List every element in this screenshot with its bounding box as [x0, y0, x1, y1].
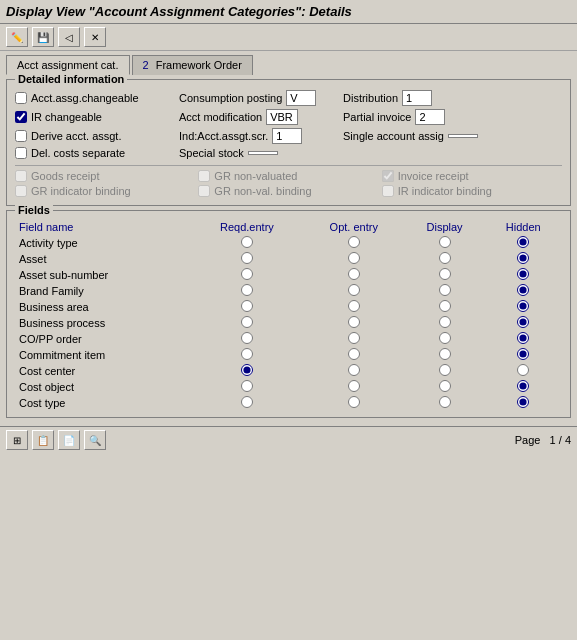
invoice-receipt-checkbox — [382, 170, 394, 182]
field-reqd-cell[interactable] — [191, 395, 303, 411]
bottom-btn-1[interactable]: ⊞ — [6, 430, 28, 450]
field-reqd-cell[interactable] — [191, 299, 303, 315]
field-display-cell[interactable] — [405, 347, 485, 363]
field-opt-cell[interactable] — [303, 331, 405, 347]
field-hidden-cell[interactable] — [484, 363, 562, 379]
table-row: Cost center — [15, 363, 562, 379]
acct-modification-value: VBR — [266, 109, 298, 125]
toolbar-save-btn[interactable]: 💾 — [32, 27, 54, 47]
field-display-cell[interactable] — [405, 251, 485, 267]
field-name-cell: Brand Family — [15, 283, 191, 299]
field-reqd-cell[interactable] — [191, 315, 303, 331]
bottom-bar: ⊞ 📋 📄 🔍 Page 1 / 4 — [0, 426, 577, 453]
field-name-cell: Asset sub-number — [15, 267, 191, 283]
col-hidden: Hidden — [484, 219, 562, 235]
col-field-name: Field name — [15, 219, 191, 235]
field-hidden-cell[interactable] — [484, 251, 562, 267]
field-hidden-cell[interactable] — [484, 315, 562, 331]
gr-non-valuated-label: GR non-valuated — [214, 170, 297, 182]
field-name-cell: Cost object — [15, 379, 191, 395]
del-costs-separate-label: Del. costs separate — [31, 147, 125, 159]
field-reqd-cell[interactable] — [191, 347, 303, 363]
field-display-cell[interactable] — [405, 331, 485, 347]
toolbar-back-btn[interactable]: ◁ — [58, 27, 80, 47]
table-row: Cost type — [15, 395, 562, 411]
table-row: Business process — [15, 315, 562, 331]
field-hidden-cell[interactable] — [484, 299, 562, 315]
page-sep: / — [559, 434, 562, 446]
gr-indicator-binding-checkbox — [15, 185, 27, 197]
field-name-cell: Commitment item — [15, 347, 191, 363]
goods-receipt-label: Goods receipt — [31, 170, 99, 182]
distribution-value: 1 — [402, 90, 432, 106]
field-display-cell[interactable] — [405, 283, 485, 299]
ir-indicator-binding-checkbox — [382, 185, 394, 197]
field-display-cell[interactable] — [405, 379, 485, 395]
field-reqd-cell[interactable] — [191, 379, 303, 395]
derive-acct-assgt-checkbox[interactable] — [15, 130, 27, 142]
tab-framework-icon: 2 — [143, 59, 149, 71]
col-opt-entry: Opt. entry — [303, 219, 405, 235]
field-reqd-cell[interactable] — [191, 363, 303, 379]
bottom-btn-4[interactable]: 🔍 — [84, 430, 106, 450]
field-opt-cell[interactable] — [303, 299, 405, 315]
field-hidden-cell[interactable] — [484, 379, 562, 395]
field-opt-cell[interactable] — [303, 395, 405, 411]
field-opt-cell[interactable] — [303, 363, 405, 379]
ind-acct-assgt-scr-value: 1 — [272, 128, 302, 144]
field-hidden-cell[interactable] — [484, 267, 562, 283]
distribution-label: Distribution — [343, 92, 398, 104]
tab-framework[interactable]: 2 Framework Order — [132, 55, 253, 75]
field-reqd-cell[interactable] — [191, 235, 303, 251]
tab-acct[interactable]: Acct assignment cat. — [6, 55, 130, 75]
field-hidden-cell[interactable] — [484, 283, 562, 299]
toolbar: ✏️ 💾 ◁ ✕ — [0, 24, 577, 51]
field-name-cell: Business area — [15, 299, 191, 315]
bottom-btn-3[interactable]: 📄 — [58, 430, 80, 450]
title-bar: Display View "Account Assignment Categor… — [0, 0, 577, 24]
field-name-cell: Business process — [15, 315, 191, 331]
field-hidden-cell[interactable] — [484, 395, 562, 411]
field-opt-cell[interactable] — [303, 315, 405, 331]
field-opt-cell[interactable] — [303, 251, 405, 267]
field-opt-cell[interactable] — [303, 347, 405, 363]
field-display-cell[interactable] — [405, 363, 485, 379]
toolbar-exit-btn[interactable]: ✕ — [84, 27, 106, 47]
field-reqd-cell[interactable] — [191, 267, 303, 283]
field-hidden-cell[interactable] — [484, 331, 562, 347]
field-hidden-cell[interactable] — [484, 347, 562, 363]
table-row: Activity type — [15, 235, 562, 251]
field-display-cell[interactable] — [405, 315, 485, 331]
page-label: Page — [515, 434, 541, 446]
table-row: CO/PP order — [15, 331, 562, 347]
field-name-cell: CO/PP order — [15, 331, 191, 347]
field-opt-cell[interactable] — [303, 267, 405, 283]
field-display-cell[interactable] — [405, 299, 485, 315]
checkboxes-area: Goods receipt GR non-valuated Invoice re… — [15, 165, 562, 197]
field-opt-cell[interactable] — [303, 283, 405, 299]
field-display-cell[interactable] — [405, 267, 485, 283]
field-name-cell: Asset — [15, 251, 191, 267]
partial-invoice-label: Partial invoice — [343, 111, 411, 123]
field-opt-cell[interactable] — [303, 379, 405, 395]
acct-modification-label: Acct modification — [179, 111, 262, 123]
field-hidden-cell[interactable] — [484, 235, 562, 251]
bottom-btn-2[interactable]: 📋 — [32, 430, 54, 450]
acct-assg-changeable-label: Acct.assg.changeable — [31, 92, 139, 104]
gr-non-val-binding-checkbox — [198, 185, 210, 197]
derive-acct-assgt-label: Derive acct. assgt. — [31, 130, 121, 142]
ir-changeable-checkbox[interactable] — [15, 111, 27, 123]
field-reqd-cell[interactable] — [191, 331, 303, 347]
field-reqd-cell[interactable] — [191, 283, 303, 299]
acct-assg-changeable-checkbox[interactable] — [15, 92, 27, 104]
del-costs-separate-checkbox[interactable] — [15, 147, 27, 159]
col-reqd-entry: Reqd.entry — [191, 219, 303, 235]
field-opt-cell[interactable] — [303, 235, 405, 251]
table-row: Cost object — [15, 379, 562, 395]
table-row: Asset sub-number — [15, 267, 562, 283]
field-reqd-cell[interactable] — [191, 251, 303, 267]
field-display-cell[interactable] — [405, 395, 485, 411]
field-display-cell[interactable] — [405, 235, 485, 251]
special-stock-value — [248, 151, 278, 155]
toolbar-edit-btn[interactable]: ✏️ — [6, 27, 28, 47]
